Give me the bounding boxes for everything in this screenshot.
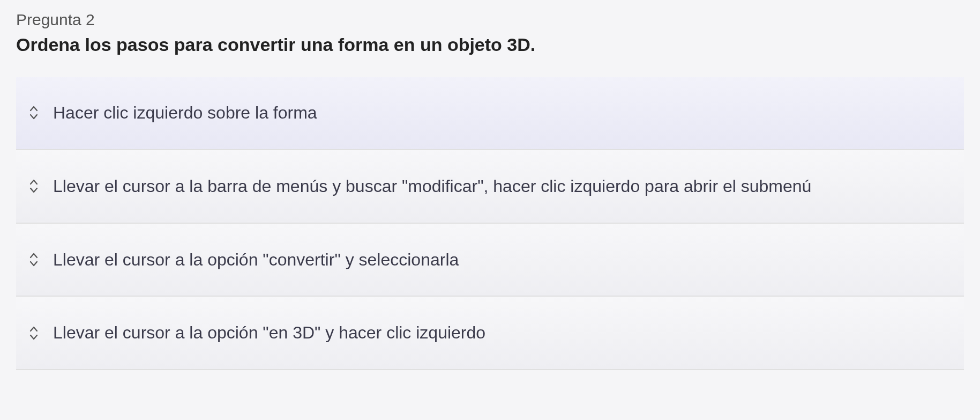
ordering-list: Hacer clic izquierdo sobre la forma Llev… [16, 77, 964, 370]
ordering-item-text: Llevar el cursor a la barra de menús y b… [53, 174, 811, 198]
ordering-item-text: Llevar el cursor a la opción "convertir"… [53, 248, 459, 272]
question-number: Pregunta 2 [16, 11, 964, 29]
ordering-item[interactable]: Llevar el cursor a la opción "en 3D" y h… [16, 297, 964, 370]
question-prompt: Ordena los pasos para convertir una form… [16, 34, 964, 55]
ordering-item-text: Llevar el cursor a la opción "en 3D" y h… [53, 321, 485, 345]
reorder-handle-icon[interactable] [24, 326, 43, 341]
ordering-item-text: Hacer clic izquierdo sobre la forma [53, 101, 317, 125]
ordering-item[interactable]: Llevar el cursor a la barra de menús y b… [16, 150, 964, 224]
question-header: Pregunta 2 Ordena los pasos para convert… [16, 11, 964, 55]
reorder-handle-icon[interactable] [24, 105, 43, 120]
reorder-handle-icon[interactable] [24, 252, 43, 267]
ordering-item[interactable]: Hacer clic izquierdo sobre la forma [16, 77, 964, 150]
ordering-item[interactable]: Llevar el cursor a la opción "convertir"… [16, 224, 964, 297]
reorder-handle-icon[interactable] [24, 179, 43, 194]
